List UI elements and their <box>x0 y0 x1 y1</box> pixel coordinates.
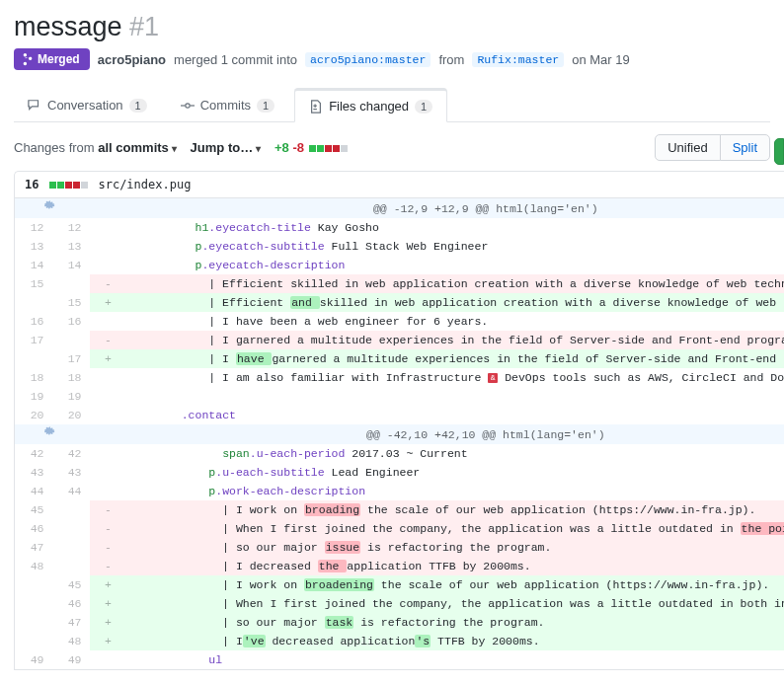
diff-row: 2020 .contact <box>15 406 785 424</box>
new-line-number[interactable]: 48 <box>52 632 90 650</box>
diff-row: 1313 p.eyecatch-subtitle Full Stack Web … <box>15 237 785 256</box>
diff-sign <box>90 463 127 482</box>
diff-row: 1919 <box>15 387 785 406</box>
hunk-header: @@ -12,9 +12,9 @@ html(lang='en') <box>127 198 785 218</box>
comment-icon <box>28 99 41 113</box>
tab-commits-count: 1 <box>257 99 274 113</box>
diff-sign <box>90 198 127 218</box>
head-branch[interactable]: Rufix:master <box>472 52 564 67</box>
new-line-number[interactable]: 12 <box>52 218 90 237</box>
new-line-number[interactable]: 49 <box>52 650 90 670</box>
new-line-number[interactable]: 19 <box>52 387 90 406</box>
expand-hunk-button[interactable] <box>15 424 90 444</box>
additions-count: +8 <box>274 140 289 155</box>
old-line-number[interactable] <box>15 594 52 613</box>
old-line-number[interactable]: 46 <box>15 519 52 538</box>
new-line-number[interactable]: 18 <box>52 368 90 387</box>
diff-row: 15- | Efficient skilled in web applicati… <box>15 274 785 293</box>
tab-commits[interactable]: Commits 1 <box>167 88 288 122</box>
new-line-number[interactable]: 17 <box>52 349 90 368</box>
new-line-number[interactable]: 47 <box>52 613 90 632</box>
state-label: Merged <box>38 52 80 66</box>
diff-sign: + <box>90 594 127 613</box>
file-path[interactable]: src/index.pug <box>98 178 191 191</box>
old-line-number[interactable]: 49 <box>15 650 52 670</box>
diff-row: 47- | so our major issue is refactoring … <box>15 538 785 557</box>
diff-sign: - <box>90 538 127 557</box>
old-line-number[interactable]: 42 <box>15 444 52 463</box>
diff-table: @@ -12,9 +12,9 @@ html(lang='en')1212 h1… <box>14 198 784 670</box>
diff-sign <box>90 444 127 463</box>
diff-sign <box>90 482 127 500</box>
new-line-number[interactable] <box>52 557 90 575</box>
split-button[interactable]: Split <box>720 134 770 161</box>
new-line-number[interactable]: 15 <box>52 293 90 312</box>
diff-code: | I've decreased application's TTFB by 2… <box>127 632 785 650</box>
diff-sign: + <box>90 575 127 594</box>
old-line-number[interactable]: 15 <box>15 274 52 293</box>
diff-sign: + <box>90 613 127 632</box>
old-line-number[interactable]: 43 <box>15 463 52 482</box>
diff-sign: - <box>90 519 127 538</box>
old-line-number[interactable]: 13 <box>15 237 52 256</box>
new-line-number[interactable] <box>52 331 90 349</box>
old-line-number[interactable]: 12 <box>15 218 52 237</box>
review-changes-button[interactable] <box>774 138 784 165</box>
diff-view-toggle: Unified Split <box>655 134 770 161</box>
old-line-number[interactable]: 16 <box>15 312 52 331</box>
deletions-count: -8 <box>292 140 304 155</box>
diff-row: 4949 ul <box>15 650 785 670</box>
new-line-number[interactable] <box>52 519 90 538</box>
old-line-number[interactable]: 47 <box>15 538 52 557</box>
new-line-number[interactable] <box>52 538 90 557</box>
changes-from-dropdown[interactable]: Changes from all commits <box>14 140 177 155</box>
added-fragment: and <box>290 296 320 309</box>
old-line-number[interactable] <box>15 613 52 632</box>
old-line-number[interactable]: 17 <box>15 331 52 349</box>
base-branch[interactable]: acro5piano:master <box>305 52 431 67</box>
old-line-number[interactable]: 20 <box>15 406 52 424</box>
new-line-number[interactable] <box>52 274 90 293</box>
new-line-number[interactable]: 13 <box>52 237 90 256</box>
new-line-number[interactable]: 14 <box>52 256 90 274</box>
old-line-number[interactable]: 44 <box>15 482 52 500</box>
tab-files-count: 1 <box>415 100 432 114</box>
diff-sign <box>90 406 127 424</box>
old-line-number[interactable]: 14 <box>15 256 52 274</box>
tab-conversation[interactable]: Conversation 1 <box>14 88 161 122</box>
old-line-number[interactable] <box>15 293 52 312</box>
unified-button[interactable]: Unified <box>655 134 720 161</box>
new-line-number[interactable]: 46 <box>52 594 90 613</box>
svg-point-0 <box>186 103 190 107</box>
new-line-number[interactable]: 42 <box>52 444 90 463</box>
new-line-number[interactable]: 43 <box>52 463 90 482</box>
diff-row: 46+ | When I first joined the company, t… <box>15 594 785 613</box>
diff-code: | Efficient and skilled in web applicati… <box>127 293 785 312</box>
pr-title-text: message <box>14 12 122 41</box>
old-line-number[interactable]: 45 <box>15 500 52 519</box>
diff-code <box>127 387 785 406</box>
diff-sign <box>90 650 127 670</box>
removed-fragment: the <box>318 560 348 572</box>
diff-row: @@ -42,10 +42,10 @@ html(lang='en') <box>15 424 785 444</box>
jump-to-dropdown[interactable]: Jump to… <box>191 140 261 155</box>
tab-files-changed[interactable]: Files changed 1 <box>294 88 447 122</box>
new-line-number[interactable]: 16 <box>52 312 90 331</box>
diff-row: 17- | I garnered a multitude experiences… <box>15 331 785 349</box>
new-line-number[interactable] <box>52 500 90 519</box>
expand-hunk-button[interactable] <box>15 198 90 218</box>
pr-author[interactable]: acro5piano <box>98 52 166 67</box>
new-line-number[interactable]: 20 <box>52 406 90 424</box>
new-line-number[interactable]: 44 <box>52 482 90 500</box>
new-line-number[interactable]: 45 <box>52 575 90 594</box>
old-line-number[interactable] <box>15 632 52 650</box>
diff-row: 1212 h1.eyecatch-title Kay Gosho <box>15 218 785 237</box>
old-line-number[interactable]: 19 <box>15 387 52 406</box>
old-line-number[interactable] <box>15 575 52 594</box>
diff-row: 4242 span.u-each-period 2017.03 ~ Curren… <box>15 444 785 463</box>
old-line-number[interactable]: 48 <box>15 557 52 575</box>
diff-sign: - <box>90 331 127 349</box>
old-line-number[interactable] <box>15 349 52 368</box>
merge-icon <box>22 52 34 66</box>
old-line-number[interactable]: 18 <box>15 368 52 387</box>
